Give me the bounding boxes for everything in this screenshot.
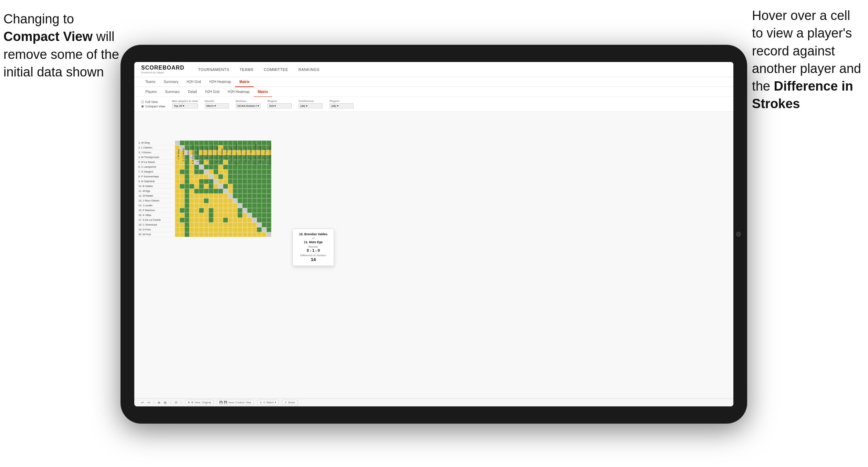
conference-select[interactable]: (All) ▾ xyxy=(299,103,323,108)
matrix-cell[interactable] xyxy=(189,208,194,213)
matrix-cell[interactable] xyxy=(189,189,194,194)
matrix-cell[interactable] xyxy=(247,208,252,213)
matrix-cell[interactable] xyxy=(218,184,223,189)
matrix-cell[interactable] xyxy=(185,198,189,203)
matrix-cell[interactable] xyxy=(209,179,213,184)
matrix-cell[interactable] xyxy=(233,232,238,237)
matrix-cell[interactable] xyxy=(257,179,262,184)
matrix-cell[interactable] xyxy=(175,179,180,184)
matrix-cell[interactable] xyxy=(233,208,238,213)
matrix-cell[interactable] xyxy=(209,198,213,203)
matrix-cell[interactable] xyxy=(247,189,252,194)
matrix-cell[interactable] xyxy=(233,194,238,198)
matrix-cell[interactable] xyxy=(247,232,252,237)
matrix-cell[interactable] xyxy=(175,232,180,237)
matrix-cell[interactable] xyxy=(266,203,271,208)
matrix-cell[interactable] xyxy=(257,194,262,198)
matrix-cell[interactable] xyxy=(252,218,257,222)
matrix-cell[interactable] xyxy=(189,227,194,232)
matrix-cell[interactable] xyxy=(233,174,238,179)
matrix-cell[interactable] xyxy=(262,174,266,179)
matrix-cell[interactable] xyxy=(257,169,262,174)
matrix-cell[interactable] xyxy=(194,208,199,213)
matrix-cell[interactable] xyxy=(238,194,242,198)
players-select[interactable]: (All) ▾ xyxy=(330,103,354,108)
matrix-cell[interactable] xyxy=(257,208,262,213)
matrix-cell[interactable] xyxy=(180,232,185,237)
matrix-cell[interactable] xyxy=(199,179,204,184)
matrix-cell[interactable] xyxy=(252,169,257,174)
matrix-cell[interactable] xyxy=(223,208,228,213)
matrix-cell[interactable] xyxy=(213,174,218,179)
matrix-cell[interactable] xyxy=(194,194,199,198)
matrix-cell[interactable] xyxy=(209,184,213,189)
matrix-cell[interactable] xyxy=(185,213,189,218)
matrix-cell[interactable] xyxy=(223,194,228,198)
compact-view-radio[interactable]: Compact View xyxy=(141,105,165,108)
matrix-cell[interactable] xyxy=(252,203,257,208)
matrix-cell[interactable] xyxy=(262,194,266,198)
matrix-cell[interactable] xyxy=(238,189,242,194)
subtab-h2h-heatmap[interactable]: H2H Heatmap xyxy=(223,87,253,97)
matrix-cell[interactable] xyxy=(242,203,247,208)
matrix-cell[interactable] xyxy=(194,174,199,179)
matrix-cell[interactable] xyxy=(189,198,194,203)
matrix-cell[interactable] xyxy=(213,189,218,194)
matrix-cell[interactable] xyxy=(204,203,209,208)
matrix-cell[interactable] xyxy=(238,232,242,237)
matrix-cell[interactable] xyxy=(242,222,247,227)
matrix-cell[interactable] xyxy=(199,213,204,218)
matrix-cell[interactable] xyxy=(262,222,266,227)
matrix-cell[interactable] xyxy=(185,227,189,232)
matrix-cell[interactable] xyxy=(175,218,180,222)
matrix-cell[interactable] xyxy=(189,179,194,184)
matrix-cell[interactable] xyxy=(223,169,228,174)
tab-teams[interactable]: Teams xyxy=(141,77,159,87)
matrix-cell[interactable] xyxy=(180,174,185,179)
matrix-cell[interactable] xyxy=(189,169,194,174)
zoom-fit-icon[interactable]: ⊞ xyxy=(164,401,167,404)
matrix-cell[interactable] xyxy=(180,184,185,189)
tab-summary[interactable]: Summary xyxy=(159,77,182,87)
matrix-cell[interactable] xyxy=(223,213,228,218)
matrix-cell[interactable] xyxy=(257,189,262,194)
matrix-cell[interactable] xyxy=(242,198,247,203)
matrix-cell[interactable] xyxy=(185,169,189,174)
matrix-cell[interactable] xyxy=(209,169,213,174)
matrix-cell[interactable] xyxy=(204,189,209,194)
matrix-cell[interactable] xyxy=(189,213,194,218)
matrix-cell[interactable] xyxy=(185,184,189,189)
matrix-cell[interactable] xyxy=(185,222,189,227)
subtab-detail[interactable]: Detail xyxy=(184,87,201,97)
matrix-cell[interactable] xyxy=(199,169,204,174)
matrix-cell[interactable] xyxy=(233,218,238,222)
matrix-cell[interactable] xyxy=(185,232,189,237)
matrix-cell[interactable] xyxy=(223,198,228,203)
matrix-cell[interactable] xyxy=(223,179,228,184)
matrix-cell[interactable] xyxy=(189,203,194,208)
tab-matrix[interactable]: Matrix xyxy=(235,77,253,87)
subtab-h2h-grid[interactable]: H2H Grid xyxy=(201,87,224,97)
matrix-cell[interactable] xyxy=(194,213,199,218)
matrix-cell[interactable] xyxy=(233,184,238,189)
matrix-cell[interactable] xyxy=(257,174,262,179)
nav-committee[interactable]: COMMITTEE xyxy=(264,68,288,72)
matrix-cell[interactable] xyxy=(257,232,262,237)
matrix-cell[interactable] xyxy=(199,174,204,179)
matrix-cell[interactable] xyxy=(247,213,252,218)
matrix-cell[interactable] xyxy=(266,194,271,198)
matrix-cell[interactable] xyxy=(266,208,271,213)
matrix-cell[interactable] xyxy=(247,227,252,232)
matrix-cell[interactable] xyxy=(238,222,242,227)
matrix-cell[interactable] xyxy=(180,203,185,208)
matrix-cell[interactable] xyxy=(228,213,233,218)
matrix-cell[interactable] xyxy=(257,203,262,208)
matrix-cell[interactable] xyxy=(199,194,204,198)
matrix-cell[interactable] xyxy=(262,184,266,189)
matrix-cell[interactable] xyxy=(194,179,199,184)
matrix-cell[interactable] xyxy=(218,194,223,198)
matrix-cell[interactable] xyxy=(257,218,262,222)
share-btn[interactable]: ⇗ Share xyxy=(282,400,297,405)
matrix-cell[interactable] xyxy=(262,208,266,213)
matrix-cell[interactable] xyxy=(213,232,218,237)
